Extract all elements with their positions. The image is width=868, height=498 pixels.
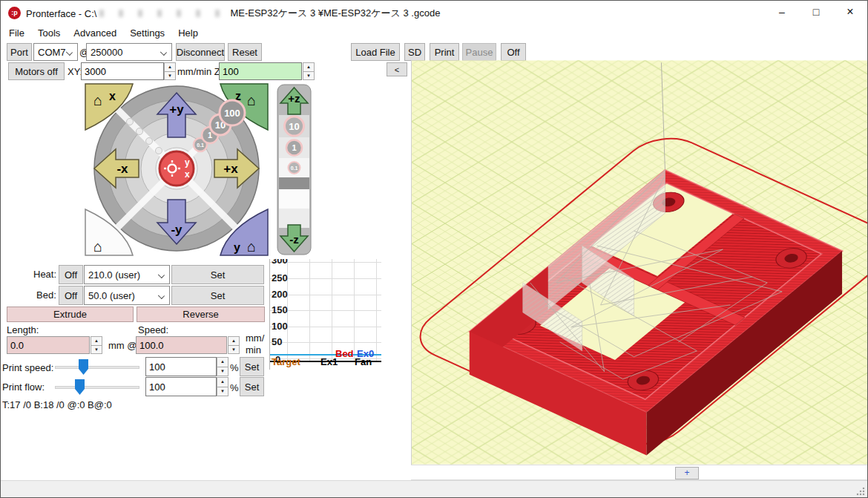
baud-select-value: 250000 bbox=[91, 47, 122, 58]
resize-grip[interactable] bbox=[856, 487, 865, 496]
port-button[interactable]: Port bbox=[7, 43, 32, 61]
load-file-button[interactable]: Load File bbox=[351, 43, 400, 61]
gridline bbox=[376, 259, 377, 361]
spinner-up-icon[interactable]: ▲ bbox=[303, 62, 315, 72]
bed-label: Bed: bbox=[36, 289, 56, 301]
print-flow-set-button[interactable]: Set bbox=[240, 377, 264, 396]
window-title-prefix: Pronterface - C:\ bbox=[26, 8, 96, 19]
jog-distance-100-label: 100 bbox=[224, 108, 240, 119]
mm-at-label: mm @ bbox=[108, 340, 137, 351]
spinner-down-icon[interactable]: ▼ bbox=[228, 346, 240, 355]
maximize-button[interactable]: □ bbox=[799, 1, 833, 24]
center-x-label: x bbox=[185, 169, 190, 180]
baud-select[interactable]: 250000 bbox=[86, 43, 172, 61]
port-select[interactable]: COM7 bbox=[33, 43, 78, 61]
print-flow-label: Print flow: bbox=[2, 381, 45, 393]
close-button[interactable]: × bbox=[833, 1, 867, 24]
extrude-length-input[interactable] bbox=[7, 336, 90, 354]
jog-minus-y-label: -y bbox=[171, 223, 183, 237]
y-tick-300: 300 bbox=[272, 259, 288, 266]
print-flow-slider-thumb[interactable] bbox=[75, 379, 85, 395]
house-icon: ⌂ bbox=[247, 92, 256, 108]
home-x-letter: x bbox=[109, 90, 116, 102]
menu-advanced[interactable]: Advanced bbox=[67, 24, 123, 42]
z-distance-1-label: 1 bbox=[292, 143, 296, 152]
y-tick-150: 150 bbox=[272, 304, 288, 315]
percent-label: % bbox=[230, 382, 239, 393]
center-y-label: y bbox=[185, 157, 190, 168]
extrude-length-spinner[interactable]: ▲▼ bbox=[91, 336, 102, 354]
legend-target: Target bbox=[272, 356, 300, 367]
print-speed-input[interactable] bbox=[145, 357, 217, 376]
zoom-in-button[interactable]: + bbox=[675, 467, 699, 479]
menu-tools[interactable]: Tools bbox=[31, 24, 67, 42]
legend-bed: Bed bbox=[335, 348, 354, 359]
xy-jog-control: ⌂ x z ⌂ ⌂ y ⌂ +y -y -x +x 0.1 1 bbox=[84, 82, 269, 257]
motors-off-button[interactable]: Motors off bbox=[8, 62, 65, 80]
window-title-file: ME-ESP32ケース 3 ¥ME-ESP32ケース 3 .gcode bbox=[230, 7, 440, 20]
y-tick-100: 100 bbox=[272, 321, 288, 332]
menu-file[interactable]: File bbox=[2, 24, 31, 42]
heat-preset-select[interactable]: 210.0 (user) bbox=[84, 265, 170, 284]
spinner-up-icon[interactable]: ▲ bbox=[164, 62, 176, 72]
gcode-3d-viewer[interactable] bbox=[411, 60, 868, 465]
print-speed-set-button[interactable]: Set bbox=[240, 357, 264, 376]
chevron-down-icon bbox=[160, 49, 167, 56]
bed-preset-value: 50.0 (user) bbox=[88, 290, 135, 301]
print-flow-slider[interactable] bbox=[55, 386, 139, 389]
window-title: Pronterface - C:\ ME-ESP32ケース 3 ¥ME-ESP3… bbox=[26, 7, 440, 20]
minimize-button[interactable]: – bbox=[765, 1, 799, 24]
print-speed-spinner[interactable]: ▲▼ bbox=[217, 357, 228, 376]
z-distance-0.1-label: 0.1 bbox=[291, 166, 298, 171]
y-tick-200: 200 bbox=[272, 289, 288, 300]
spinner-down-icon[interactable]: ▼ bbox=[217, 387, 228, 397]
spinner-up-icon[interactable]: ▲ bbox=[217, 357, 228, 367]
print-speed-slider-thumb[interactable] bbox=[79, 359, 88, 375]
z-band-a[interactable] bbox=[279, 189, 309, 209]
titlebar: :p Pronterface - C:\ ME-ESP32ケース 3 ¥ME-E… bbox=[1, 1, 867, 24]
jog-distance-0.1-label: 0.1 bbox=[197, 142, 204, 148]
mm-unit-label: mm/ bbox=[246, 332, 264, 344]
extrude-button[interactable]: Extrude bbox=[7, 307, 134, 322]
spinner-down-icon[interactable]: ▼ bbox=[303, 72, 315, 81]
bed-off-button[interactable]: Off bbox=[59, 286, 83, 305]
z-feed-spinner[interactable]: ▲▼ bbox=[303, 62, 315, 80]
gridline bbox=[309, 259, 310, 361]
print-button[interactable]: Print bbox=[430, 43, 459, 61]
spinner-up-icon[interactable]: ▲ bbox=[91, 336, 102, 346]
menu-settings[interactable]: Settings bbox=[123, 24, 171, 42]
spinner-down-icon[interactable]: ▼ bbox=[217, 367, 228, 377]
bed-set-button[interactable]: Set bbox=[171, 286, 264, 305]
xy-feed-input[interactable] bbox=[81, 62, 164, 80]
print-flow-input[interactable] bbox=[145, 377, 217, 396]
spinner-down-icon[interactable]: ▼ bbox=[164, 72, 176, 81]
chevron-down-icon bbox=[158, 292, 165, 299]
off-button[interactable]: Off bbox=[501, 43, 526, 61]
jog-minus-z-label: -z bbox=[289, 233, 299, 246]
z-feed-input[interactable] bbox=[219, 62, 302, 80]
heat-off-button[interactable]: Off bbox=[59, 265, 83, 284]
extrude-speed-spinner[interactable]: ▲▼ bbox=[228, 336, 240, 354]
collapse-panel-button[interactable]: < bbox=[387, 62, 407, 76]
disconnect-button[interactable]: Disconnect bbox=[176, 43, 225, 61]
z-feed-label: mm/min Z: bbox=[177, 66, 223, 77]
xy-feed-spinner[interactable]: ▲▼ bbox=[164, 62, 176, 80]
print-flow-spinner[interactable]: ▲▼ bbox=[217, 377, 228, 396]
temperature-graph[interactable]: 300 250 200 150 100 50 0 Bed Ex0 Target … bbox=[269, 259, 381, 370]
bed-preset-select[interactable]: 50.0 (user) bbox=[84, 286, 170, 305]
print-speed-slider[interactable] bbox=[55, 366, 139, 369]
reset-button[interactable]: Reset bbox=[228, 43, 262, 61]
heat-set-button[interactable]: Set bbox=[171, 265, 264, 284]
sd-button[interactable]: SD bbox=[404, 43, 425, 61]
spinner-up-icon[interactable]: ▲ bbox=[228, 336, 240, 346]
extrude-speed-input[interactable] bbox=[136, 336, 227, 354]
menu-help[interactable]: Help bbox=[171, 24, 205, 42]
house-icon: ⌂ bbox=[93, 238, 102, 255]
spinner-up-icon[interactable]: ▲ bbox=[217, 377, 228, 387]
house-icon: ⌂ bbox=[247, 238, 256, 255]
spinner-down-icon[interactable]: ▼ bbox=[91, 346, 102, 355]
pronterface-logo-icon: :p bbox=[8, 7, 21, 19]
heat-label: Heat: bbox=[33, 269, 56, 280]
gridline bbox=[354, 259, 355, 361]
reverse-button[interactable]: Reverse bbox=[137, 307, 265, 322]
